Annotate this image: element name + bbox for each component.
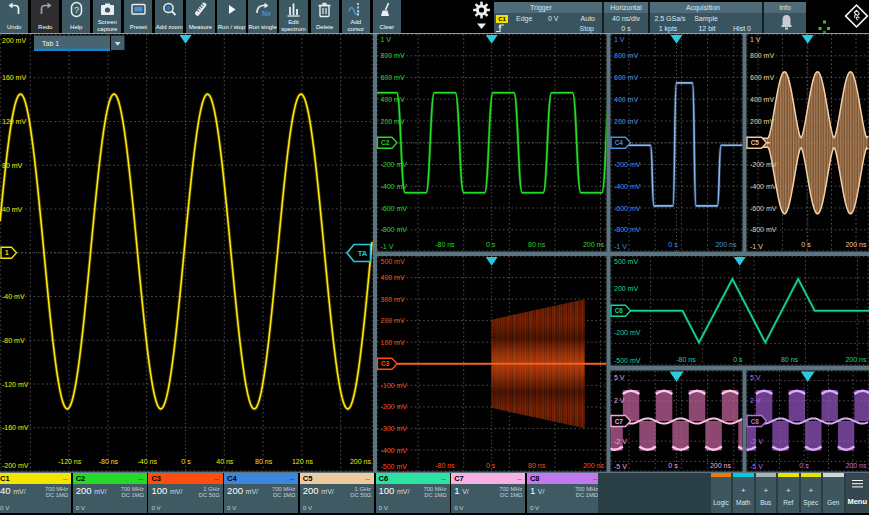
svg-text:-1 V: -1 V	[381, 243, 394, 250]
svg-text:0 s: 0 s	[799, 462, 809, 469]
svg-text:1 V: 1 V	[614, 36, 625, 43]
svg-text:-800 mV: -800 mV	[614, 226, 641, 233]
svg-text:600 mV: 600 mV	[614, 74, 638, 81]
svg-text:800 mV: 800 mV	[614, 52, 638, 59]
svg-text:0 s: 0 s	[486, 241, 496, 248]
svg-text:-2 V: -2 V	[614, 438, 627, 445]
svg-text:C5: C5	[751, 139, 760, 146]
svg-text:200 mV: 200 mV	[2, 37, 26, 44]
svg-text:-80 ns: -80 ns	[99, 458, 119, 465]
svg-text:400 mV: 400 mV	[381, 274, 405, 281]
svg-text:-1 V: -1 V	[750, 243, 763, 250]
svg-text:Nx: Nx	[262, 10, 271, 17]
svg-text:200 ns: 200 ns	[583, 462, 605, 469]
svg-text:40 ns: 40 ns	[216, 458, 234, 465]
svg-text:C7: C7	[615, 418, 624, 425]
svg-text:200 mV: 200 mV	[614, 118, 638, 125]
svg-text:300 mV: 300 mV	[381, 296, 405, 303]
svg-text:160 mV: 160 mV	[2, 74, 26, 81]
svg-text:-160 mV: -160 mV	[2, 424, 29, 431]
svg-text:200 ns: 200 ns	[845, 356, 867, 363]
svg-text:80 ns: 80 ns	[528, 241, 546, 248]
svg-text:0 s: 0 s	[668, 462, 678, 469]
svg-text:500 mV: 500 mV	[614, 258, 638, 265]
svg-text:1: 1	[5, 249, 9, 256]
svg-text:-400 mV: -400 mV	[381, 183, 408, 190]
svg-text:200 mV: 200 mV	[614, 285, 638, 292]
svg-text:-500 mV: -500 mV	[614, 357, 641, 364]
svg-text:2 V: 2 V	[614, 397, 625, 404]
svg-text:-200 mV: -200 mV	[614, 329, 641, 336]
svg-text:120 mV: 120 mV	[2, 118, 26, 125]
svg-text:-40 ns: -40 ns	[137, 458, 157, 465]
svg-text:C2: C2	[381, 139, 390, 146]
svg-text:400 mV: 400 mV	[750, 96, 774, 103]
svg-text:80 ns: 80 ns	[528, 462, 546, 469]
svg-text:2 V: 2 V	[750, 397, 761, 404]
svg-text:-400 mV: -400 mV	[381, 447, 408, 454]
svg-text:-600 mV: -600 mV	[750, 205, 777, 212]
svg-text:400 mV: 400 mV	[381, 96, 405, 103]
svg-text:200 ns: 200 ns	[715, 241, 737, 248]
svg-text:0 s: 0 s	[733, 356, 743, 363]
svg-text:0 s: 0 s	[181, 458, 191, 465]
svg-text:-600 mV: -600 mV	[381, 205, 408, 212]
svg-text:-1 V: -1 V	[614, 243, 627, 250]
svg-text:Tab 1: Tab 1	[42, 40, 59, 47]
svg-text:-100 mV: -100 mV	[381, 382, 408, 389]
svg-text:800 mV: 800 mV	[381, 52, 405, 59]
svg-text:-80 ns: -80 ns	[676, 356, 696, 363]
svg-text:?: ?	[74, 5, 79, 15]
svg-text:500 mV: 500 mV	[381, 258, 405, 265]
svg-text:C4: C4	[615, 139, 624, 146]
svg-text:0 s: 0 s	[801, 241, 811, 248]
svg-text:-800 mV: -800 mV	[750, 226, 777, 233]
svg-text:0 s: 0 s	[668, 241, 678, 248]
svg-text:-200 mV: -200 mV	[381, 161, 408, 168]
svg-text:200 ns: 200 ns	[845, 462, 867, 469]
svg-text:-200 mV: -200 mV	[381, 403, 408, 410]
svg-text:80 ns: 80 ns	[255, 458, 273, 465]
svg-text:120 ns: 120 ns	[292, 458, 314, 465]
svg-text:40 mV: 40 mV	[2, 206, 23, 213]
svg-text:200 ns: 200 ns	[845, 241, 867, 248]
svg-text:1 V: 1 V	[381, 36, 392, 43]
svg-text:-800 mV: -800 mV	[381, 226, 408, 233]
svg-text:-400 mV: -400 mV	[750, 183, 777, 190]
svg-text:-2 V: -2 V	[750, 438, 763, 445]
svg-text:200 ns: 200 ns	[583, 241, 605, 248]
svg-text:-5 V: -5 V	[614, 463, 627, 470]
svg-text:100 mV: 100 mV	[381, 339, 405, 346]
svg-text:TA: TA	[358, 249, 368, 258]
svg-text:-200 mV: -200 mV	[614, 161, 641, 168]
svg-text:-300 mV: -300 mV	[381, 425, 408, 432]
svg-text:-120 ns: -120 ns	[58, 458, 82, 465]
svg-text:800 mV: 800 mV	[750, 52, 774, 59]
svg-text:400 mV: 400 mV	[614, 96, 638, 103]
svg-text:1 V: 1 V	[750, 36, 761, 43]
svg-text:200 ns: 200 ns	[350, 458, 372, 465]
svg-text:200 mV: 200 mV	[381, 118, 405, 125]
svg-text:80 mV: 80 mV	[2, 162, 23, 169]
svg-text:-40 mV: -40 mV	[2, 293, 25, 300]
svg-text:-80 ns: -80 ns	[435, 462, 455, 469]
svg-text:-200 mV: -200 mV	[2, 462, 29, 469]
svg-text:-80 ns: -80 ns	[435, 241, 455, 248]
svg-text:5 V: 5 V	[750, 374, 761, 381]
svg-text:200 ns: 200 ns	[710, 462, 732, 469]
svg-text:0 s: 0 s	[486, 462, 496, 469]
svg-text:-400 mV: -400 mV	[614, 183, 641, 190]
svg-text:-80 mV: -80 mV	[2, 337, 25, 344]
svg-text:80 ns: 80 ns	[781, 356, 799, 363]
svg-text:-500 mV: -500 mV	[381, 463, 408, 470]
svg-text:C8: C8	[751, 418, 760, 425]
svg-text:5 V: 5 V	[614, 374, 625, 381]
svg-text:-200 mV: -200 mV	[750, 161, 777, 168]
svg-text:200 mV: 200 mV	[381, 317, 405, 324]
svg-text:-600 mV: -600 mV	[614, 205, 641, 212]
svg-text:-5 V: -5 V	[750, 463, 763, 470]
svg-text:600 mV: 600 mV	[381, 74, 405, 81]
svg-text:C3: C3	[381, 360, 390, 367]
svg-text:200 mV: 200 mV	[750, 118, 774, 125]
svg-text:600 mV: 600 mV	[750, 74, 774, 81]
